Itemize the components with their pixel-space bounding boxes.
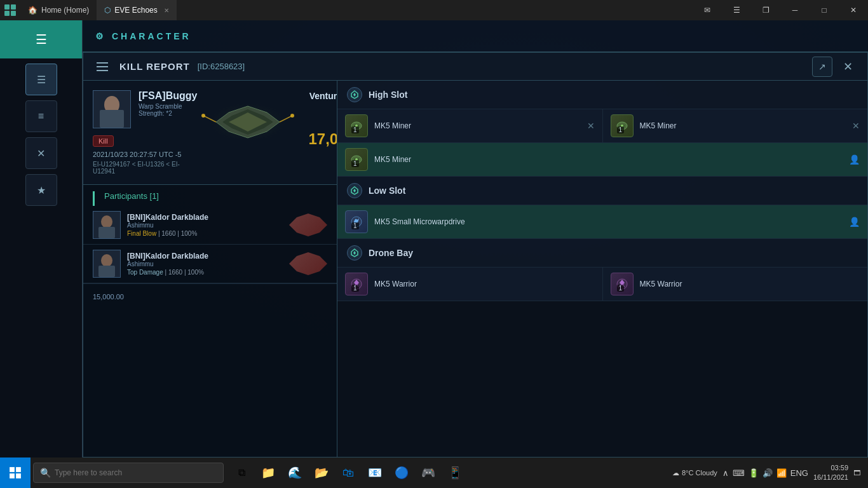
drone-bay-item-1-icon	[611, 273, 634, 295]
taskbar-app-1[interactable]: 📁	[255, 460, 281, 485]
restore-btn[interactable]: ❐	[751, 0, 780, 20]
high-slot-item-0-close[interactable]: ✕	[587, 121, 595, 131]
svg-rect-36	[10, 467, 15, 472]
victim-avatar-img	[93, 91, 130, 128]
sidebar-item-2[interactable]: ✕	[25, 137, 57, 169]
high-slot-label: High Slot	[369, 90, 407, 100]
high-slot-item-1-icon	[611, 114, 634, 137]
participant-item-1[interactable]: [BNI]Kaldor Darkblade Ashimmu Top Damage…	[83, 245, 337, 283]
weather-icon: ☁	[672, 469, 679, 477]
tab-close-icon[interactable]: ✕	[164, 7, 169, 14]
victim-section: [FSA]Buggy Warp Scramble Strength: *2 Ki…	[83, 81, 337, 185]
participants-header: Participants [1]	[93, 191, 337, 206]
taskbar-store[interactable]: 🛍	[336, 460, 361, 485]
left-sidebar: ☰ ☰ ≡ ✕ ★	[0, 20, 83, 458]
victim-avatar	[93, 90, 131, 128]
game-window: ☰ ☰ ≡ ✕ ★ ⚙ CHARACTER KILL REPOR	[0, 20, 868, 458]
victim-name: [FSA]Buggy	[139, 90, 197, 102]
search-input[interactable]	[55, 468, 217, 477]
high-slot-item-1[interactable]: 1 MK5 Miner ✕	[603, 109, 868, 142]
high-slot-icon	[347, 87, 362, 102]
taskbar-app-2[interactable]: 🎮	[416, 460, 441, 485]
volume-icon[interactable]: 🔊	[763, 468, 773, 478]
chevron-up-icon[interactable]: ∧	[722, 468, 729, 478]
taskbar-apps: ⧉ 📁 🌊 📂 🛍 📧 🔵 🎮 📱	[229, 460, 468, 485]
ship-info-right: Venture III Industrial Ship Industrial S…	[299, 90, 337, 175]
drone-bay-items: 1 MK5 Warrior	[337, 268, 867, 301]
taskbar-right: ☁ 8°C Cloudy ∧ ⌨ 🔋 🔊 📶 ENG 03:59 16/11/2…	[672, 463, 868, 483]
character-title: ⚙ CHARACTER	[95, 31, 191, 41]
low-slot-header: Low Slot	[337, 177, 867, 205]
participant-name-1: [BNI]Kaldor Darkblade	[127, 252, 283, 261]
victim-warp: Warp Scramble Strength: *2	[139, 103, 197, 117]
taskbar-search[interactable]: 🔍	[33, 463, 224, 483]
taskbar-files[interactable]: 📂	[309, 460, 334, 485]
keyboard-icon[interactable]: ⌨	[733, 468, 745, 478]
drone-bay-item-1-name: MK5 Warrior	[640, 280, 860, 288]
drone-bay-item-1[interactable]: 1 MK5 Warrior	[603, 268, 868, 301]
sidebar-item-1[interactable]: ≡	[25, 100, 57, 132]
modal-close-btn[interactable]: ✕	[837, 57, 858, 77]
window-controls: ✉ ☰ ❐ ─ □ ✕	[693, 0, 868, 20]
drone-bay-item-0[interactable]: 1 MK5 Warrior	[337, 268, 602, 301]
clock[interactable]: 03:59 16/11/2021	[813, 463, 848, 483]
app-logo	[0, 0, 20, 20]
start-button[interactable]	[0, 458, 31, 488]
svg-point-15	[290, 114, 294, 118]
modal-menu-btn[interactable]	[93, 57, 112, 76]
notification-icon[interactable]: 🗖	[853, 469, 860, 477]
victim-details: [FSA]Buggy Warp Scramble Strength: *2	[139, 90, 197, 117]
minimize-btn[interactable]: ─	[780, 0, 810, 20]
svg-point-17	[101, 215, 112, 228]
participant-stats-1: Top Damage | 1660 | 100%	[127, 269, 283, 276]
network-icon[interactable]: 📶	[776, 468, 787, 478]
kill-datetime: 2021/10/23 20:27:57 UTC -5	[93, 151, 197, 158]
high-slot-item-0-qty: 1	[351, 126, 359, 133]
participant-name-0: [BNI]Kaldor Darkblade	[127, 213, 283, 222]
participant-ship-0	[289, 212, 327, 238]
ship-type-name: Venture III	[309, 91, 337, 101]
high-slot-item-2[interactable]: 1 MK5 Miner 👤	[337, 143, 867, 176]
maximize-btn[interactable]: □	[810, 0, 839, 20]
sidebar-item-3[interactable]: ★	[25, 174, 57, 206]
high-slot-item-1-close[interactable]: ✕	[852, 121, 860, 131]
taskbar-app-3[interactable]: 📱	[442, 460, 468, 485]
high-slot-item-1-name: MK5 Miner	[640, 121, 846, 130]
participant-ship-1	[289, 251, 327, 276]
high-slot-item-2-name: MK5 Miner	[374, 155, 843, 164]
modal-export-btn[interactable]: ↗	[812, 57, 832, 77]
tab-eve-echoes[interactable]: ⬡ EVE Echoes ✕	[97, 0, 176, 20]
participant-stats-0: Final Blow | 1660 | 100%	[127, 230, 283, 237]
participant-item-0[interactable]: [BNI]Kaldor Darkblade Ashimmu Final Blow…	[83, 206, 337, 245]
mail-btn[interactable]: ✉	[693, 0, 722, 20]
drone-bay-section: Drone Bay	[337, 239, 867, 301]
taskbar-task-view[interactable]: ⧉	[229, 460, 254, 485]
sidebar-menu-btn[interactable]: ☰	[0, 20, 82, 58]
kill-location: EI-U1294167 < EI-U1326 < EI-U12941	[93, 161, 197, 175]
svg-point-20	[101, 254, 112, 267]
participant-avatar-1	[93, 250, 121, 278]
sidebar-item-0[interactable]: ☰	[25, 64, 57, 95]
high-slot-item-0-name: MK5 Miner	[374, 121, 581, 130]
left-panel: [FSA]Buggy Warp Scramble Strength: *2 Ki…	[83, 81, 337, 457]
low-slot-item-0[interactable]: 1 MK5 Small Microwarpdrive 👤	[337, 205, 867, 238]
tab-home[interactable]: 🏠 Home (Home)	[20, 0, 97, 20]
taskbar: 🔍 ⧉ 📁 🌊 📂 🛍 📧 🔵 🎮 📱 ☁ 8°C Cloudy ∧ ⌨ 🔋 🔊…	[0, 458, 868, 488]
menu-btn[interactable]: ☰	[722, 0, 751, 20]
high-slot-item-0-icon	[345, 114, 368, 137]
battery-icon[interactable]: 🔋	[749, 468, 759, 478]
participant-info-1: [BNI]Kaldor Darkblade Ashimmu Top Damage…	[127, 252, 283, 276]
svg-rect-37	[16, 467, 21, 472]
titlebar: 🏠 Home (Home) ⬡ EVE Echoes ✕ ✉ ☰ ❐ ─ □ ✕	[0, 0, 868, 20]
high-slot-item-0[interactable]: 1 MK5 Miner ✕	[337, 109, 602, 142]
taskbar-chrome[interactable]: 🔵	[389, 460, 414, 485]
svg-rect-1	[11, 4, 16, 10]
taskbar-mail[interactable]: 📧	[362, 460, 388, 485]
low-slot-section: Low Slot	[337, 177, 867, 239]
drone-bay-item-0-qty: 1	[351, 285, 359, 292]
close-btn[interactable]: ✕	[839, 0, 868, 20]
taskbar-edge[interactable]: 🌊	[282, 460, 308, 485]
drone-bay-item-0-icon	[345, 273, 368, 295]
high-slot-item-2-icon	[345, 148, 368, 171]
right-panel[interactable]: High Slot	[337, 81, 867, 457]
